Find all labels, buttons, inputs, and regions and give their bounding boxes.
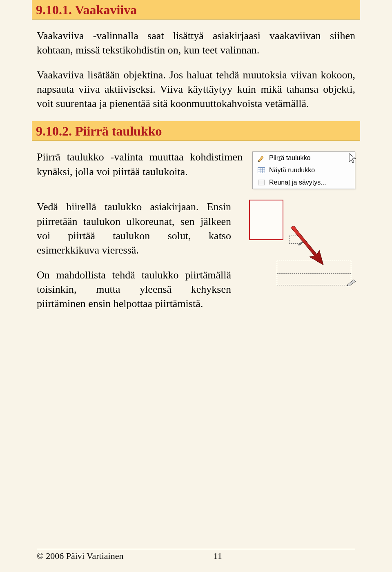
para-9-10-2-a: Piirrä taulukko -valinta muuttaa kohdist… [37,150,243,178]
heading-number: 9.10.2. [36,124,72,138]
outer-rectangle [249,200,283,240]
pencil-icon [346,279,357,288]
para-9-10-1-a: Vaakaviiva -valinnalla saat lisättyä asi… [37,29,355,57]
menu-item-label: Näytä ruudukko [269,167,351,174]
menu-item-label: Reunat ja sävytys... [269,179,351,186]
heading-number: 9.10.1. [36,2,72,17]
heading-9-10-1: 9.10.1. Vaakaviiva [32,0,360,20]
para-9-10-2-c: On mahdollista tehdä taulukko piirtämäll… [37,268,231,311]
svg-rect-0 [258,168,265,173]
blank-icon [257,178,266,187]
svg-rect-5 [258,180,265,185]
context-menu: Piirrä taulukko Näytä ruudukko [252,151,355,189]
heading-title: Vaakaviiva [75,2,137,17]
para-9-10-2-b: Vedä hiirellä taulukko asiakirjaan. Ensi… [37,200,231,257]
cursor-arrow-icon [348,153,358,166]
dashed-table [277,261,351,285]
menu-item-label: Piirrä taulukko [269,154,351,162]
copyright: © 2006 Päivi Vartiainen [37,551,123,561]
draw-table-illustration [241,200,355,294]
menu-item-borders-shading[interactable]: Reunat ja sävytys... [253,176,355,189]
para-9-10-1-b: Vaakaviiva lisätään objektina. Jos halua… [37,68,355,111]
menu-item-draw-table[interactable]: Piirrä taulukko [253,152,355,164]
menu-item-show-grid[interactable]: Näytä ruudukko [253,164,355,176]
page-footer: © 2006 Päivi Vartiainen 11 [37,549,355,561]
pencil-icon [257,154,266,162]
heading-title: Piirrä taulukko [75,124,162,138]
page-number: 11 [213,551,222,561]
grid-icon [257,166,266,174]
heading-9-10-2: 9.10.2. Piirrä taulukko [32,121,360,141]
